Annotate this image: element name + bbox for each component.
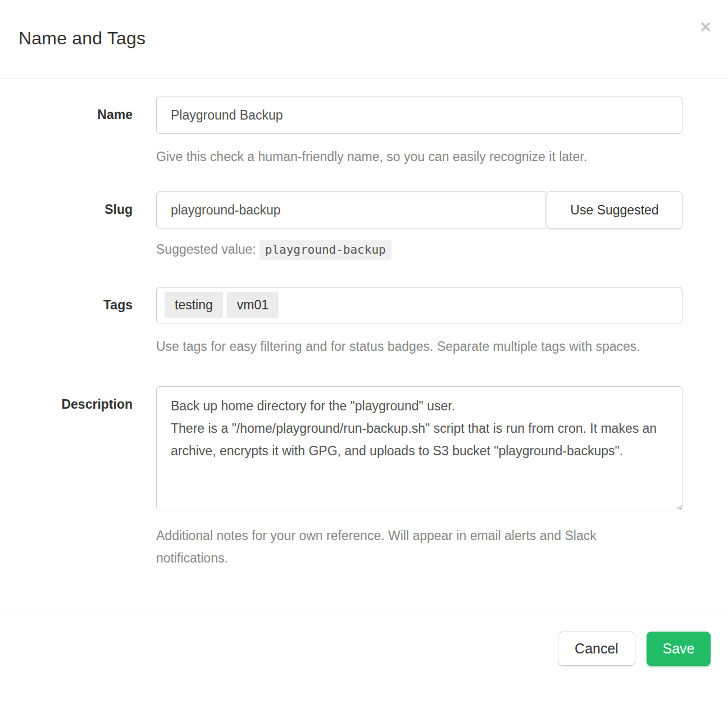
description-field-group: Description Back up home directory for t…	[19, 386, 683, 569]
modal-header: Name and Tags ×	[0, 0, 728, 79]
tags-label: Tags	[19, 287, 156, 313]
save-button[interactable]: Save	[647, 632, 711, 666]
modal-title: Name and Tags	[19, 28, 709, 49]
slug-field-group: Slug Use Suggested Suggested value:playg…	[19, 191, 683, 262]
slug-input[interactable]	[156, 191, 545, 228]
cancel-button[interactable]: Cancel	[558, 632, 635, 666]
tags-input[interactable]: testing vm01	[156, 287, 683, 323]
modal-body: Name Give this check a human-friendly na…	[0, 79, 728, 611]
name-field-group: Name Give this check a human-friendly na…	[19, 97, 683, 168]
suggested-value-prefix: Suggested value:	[156, 242, 256, 257]
suggested-value-line: Suggested value:playground-backup	[156, 237, 683, 262]
description-control: Back up home directory for the "playgrou…	[156, 386, 683, 569]
description-label: Description	[19, 386, 156, 412]
close-icon[interactable]: ×	[700, 17, 711, 36]
name-input[interactable]	[156, 97, 683, 134]
tags-field-group: Tags testing vm01 Use tags for easy filt…	[19, 287, 683, 358]
modal-footer: Cancel Save	[0, 611, 728, 684]
slug-control: Use Suggested Suggested value:playground…	[156, 191, 683, 262]
tags-control: testing vm01 Use tags for easy filtering…	[156, 287, 683, 358]
description-textarea[interactable]: Back up home directory for the "playgrou…	[156, 386, 683, 510]
tag-chip[interactable]: vm01	[227, 292, 279, 318]
name-help-text: Give this check a human-friendly name, s…	[156, 145, 665, 168]
tags-help-text: Use tags for easy filtering and for stat…	[156, 335, 665, 358]
name-control: Give this check a human-friendly name, s…	[156, 97, 683, 168]
slug-label: Slug	[19, 191, 156, 217]
use-suggested-button[interactable]: Use Suggested	[547, 191, 683, 228]
description-help-text: Additional notes for your own reference.…	[156, 524, 665, 569]
name-label: Name	[19, 97, 156, 122]
slug-input-group: Use Suggested	[156, 191, 683, 228]
tag-chip[interactable]: testing	[165, 292, 223, 318]
suggested-value-code: playground-backup	[260, 240, 392, 260]
